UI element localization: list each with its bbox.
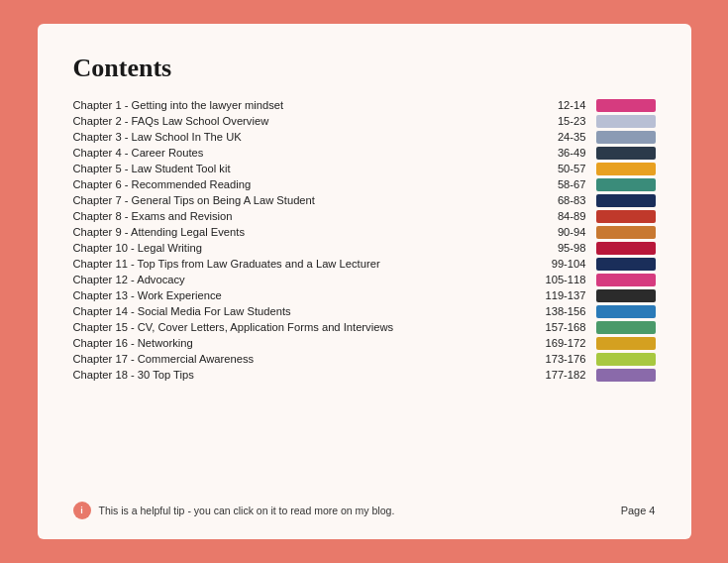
- chapter-pages: 119-137: [529, 289, 586, 301]
- chapter-title: Chapter 16 - Networking: [73, 337, 529, 349]
- chapter-pages: 95-98: [529, 242, 586, 254]
- table-row: Chapter 2 - FAQs Law School Overview15-2…: [73, 113, 656, 129]
- chapter-pages: 90-94: [529, 226, 586, 238]
- table-row: Chapter 11 - Top Tips from Law Graduates…: [73, 256, 656, 272]
- chapter-color-bar: [596, 194, 656, 207]
- chapter-color-bar: [596, 163, 656, 175]
- table-row: Chapter 3 - Law School In The UK24-35: [73, 129, 656, 145]
- chapter-title: Chapter 2 - FAQs Law School Overview: [73, 115, 529, 127]
- chapter-color-bar: [596, 353, 656, 366]
- chapter-title: Chapter 6 - Recommended Reading: [73, 178, 529, 190]
- table-row: Chapter 9 - Attending Legal Events90-94: [73, 224, 656, 240]
- chapter-pages: 157-168: [529, 321, 586, 333]
- chapter-color-bar: [596, 321, 656, 334]
- chapter-title: Chapter 5 - Law Student Tool kit: [73, 163, 529, 174]
- chapter-title: Chapter 8 - Exams and Revision: [73, 210, 529, 222]
- chapter-color-bar: [596, 337, 656, 350]
- footer-tip-container: i This is a helpful tip - you can click …: [73, 502, 395, 519]
- footer: i This is a helpful tip - you can click …: [73, 496, 656, 519]
- chapter-color-bar: [596, 369, 656, 382]
- chapter-color-bar: [596, 226, 656, 239]
- chapter-title: Chapter 1 - Getting into the lawyer mind…: [73, 99, 529, 111]
- table-row: Chapter 7 - General Tips on Being A Law …: [73, 192, 656, 208]
- tip-icon[interactable]: i: [73, 502, 91, 519]
- chapter-pages: 138-156: [529, 305, 586, 317]
- page-title: Contents: [73, 54, 656, 83]
- chapter-pages: 24-35: [529, 131, 586, 143]
- table-row: Chapter 16 - Networking169-172: [73, 335, 656, 351]
- chapter-pages: 50-57: [529, 163, 586, 174]
- chapter-pages: 12-14: [529, 99, 586, 111]
- chapter-pages: 169-172: [529, 337, 586, 349]
- chapter-title: Chapter 14 - Social Media For Law Studen…: [73, 305, 529, 317]
- table-row: Chapter 5 - Law Student Tool kit50-57: [73, 161, 656, 176]
- tip-text: This is a helpful tip - you can click on…: [99, 505, 395, 516]
- toc-list: Chapter 1 - Getting into the lawyer mind…: [73, 97, 656, 488]
- chapter-color-bar: [596, 289, 656, 302]
- table-row: Chapter 1 - Getting into the lawyer mind…: [73, 97, 656, 113]
- chapter-pages: 15-23: [529, 115, 586, 127]
- chapter-title: Chapter 18 - 30 Top Tips: [73, 369, 529, 381]
- page-number: Page 4: [621, 505, 656, 516]
- table-row: Chapter 10 - Legal Writing95-98: [73, 240, 656, 256]
- chapter-title: Chapter 12 - Advocacy: [73, 274, 529, 285]
- chapter-color-bar: [596, 131, 656, 144]
- table-row: Chapter 13 - Work Experience119-137: [73, 287, 656, 303]
- chapter-pages: 177-182: [529, 369, 586, 381]
- table-row: Chapter 14 - Social Media For Law Studen…: [73, 303, 656, 319]
- chapter-pages: 99-104: [529, 258, 586, 270]
- chapter-pages: 68-83: [529, 194, 586, 206]
- chapter-pages: 36-49: [529, 147, 586, 159]
- chapter-color-bar: [596, 274, 656, 286]
- chapter-color-bar: [596, 99, 656, 112]
- chapter-color-bar: [596, 242, 656, 255]
- chapter-pages: 173-176: [529, 353, 586, 365]
- table-row: Chapter 18 - 30 Top Tips177-182: [73, 367, 656, 383]
- table-row: Chapter 15 - CV, Cover Letters, Applicat…: [73, 319, 656, 335]
- chapter-title: Chapter 7 - General Tips on Being A Law …: [73, 194, 529, 206]
- chapter-title: Chapter 17 - Commercial Awareness: [73, 353, 529, 365]
- chapter-title: Chapter 9 - Attending Legal Events: [73, 226, 529, 238]
- chapter-title: Chapter 3 - Law School In The UK: [73, 131, 529, 143]
- chapter-title: Chapter 4 - Career Routes: [73, 147, 529, 159]
- page-container: Contents Chapter 1 - Getting into the la…: [38, 24, 691, 539]
- chapter-color-bar: [596, 147, 656, 160]
- chapter-color-bar: [596, 258, 656, 271]
- chapter-title: Chapter 10 - Legal Writing: [73, 242, 529, 254]
- chapter-pages: 84-89: [529, 210, 586, 222]
- table-row: Chapter 17 - Commercial Awareness173-176: [73, 351, 656, 367]
- chapter-color-bar: [596, 305, 656, 318]
- table-row: Chapter 8 - Exams and Revision84-89: [73, 208, 656, 224]
- chapter-pages: 58-67: [529, 178, 586, 190]
- chapter-title: Chapter 15 - CV, Cover Letters, Applicat…: [73, 321, 529, 333]
- chapter-title: Chapter 13 - Work Experience: [73, 289, 529, 301]
- chapter-color-bar: [596, 115, 656, 128]
- chapter-title: Chapter 11 - Top Tips from Law Graduates…: [73, 258, 529, 270]
- table-row: Chapter 6 - Recommended Reading58-67: [73, 176, 656, 192]
- table-row: Chapter 12 - Advocacy105-118: [73, 272, 656, 287]
- chapter-color-bar: [596, 210, 656, 223]
- chapter-pages: 105-118: [529, 274, 586, 285]
- chapter-color-bar: [596, 178, 656, 191]
- table-row: Chapter 4 - Career Routes36-49: [73, 145, 656, 161]
